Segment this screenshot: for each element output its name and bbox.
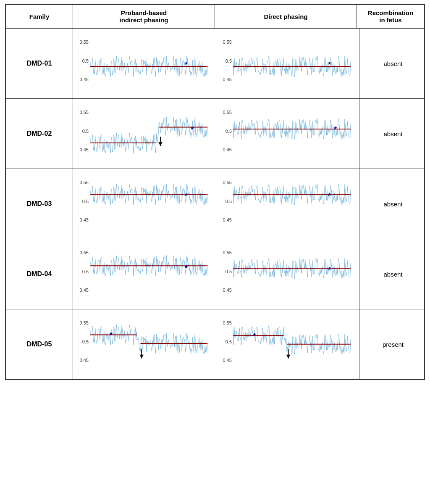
svg-text:0.55: 0.55 xyxy=(223,40,232,45)
svg-text:0.5: 0.5 xyxy=(82,199,89,204)
table-row: DMD-02 0.55 0.5 0.45 * 0.55 0.5 0.45 xyxy=(6,99,424,169)
svg-text:0.45: 0.45 xyxy=(80,77,89,82)
svg-text:*: * xyxy=(191,125,194,134)
direct-chart: 0.55 0.5 0.45 * xyxy=(220,102,355,165)
indirect-chart-cell: 0.55 0.5 0.45 * xyxy=(73,169,216,239)
direct-chart: 0.55 0.5 0.45 * xyxy=(220,313,355,376)
svg-text:0.45: 0.45 xyxy=(223,77,232,82)
table-body: DMD-01 0.55 0.5 0.45 * 0.55 0.5 0.45 * xyxy=(6,29,424,379)
svg-text:0.5: 0.5 xyxy=(225,339,232,344)
svg-marker-58 xyxy=(286,355,291,359)
family-header: Family xyxy=(6,5,73,28)
table-header: Family Proband-based indirect phasing Di… xyxy=(6,5,424,29)
table-row: DMD-04 0.55 0.5 0.45 * 0.55 0.5 0.45 * xyxy=(6,239,424,309)
recomb-header: Recombination in fetus xyxy=(357,5,424,28)
recombination-status: absent xyxy=(359,29,427,98)
indirect-chart: 0.55 0.5 0.45 * xyxy=(77,172,212,235)
svg-text:0.5: 0.5 xyxy=(225,199,232,204)
svg-text:*: * xyxy=(185,61,188,69)
svg-text:0.55: 0.55 xyxy=(223,320,232,325)
svg-text:0.5: 0.5 xyxy=(225,269,232,274)
svg-text:0.5: 0.5 xyxy=(225,58,232,63)
svg-marker-50 xyxy=(139,355,144,359)
recombination-status: present xyxy=(359,309,427,379)
svg-text:*: * xyxy=(110,331,113,339)
family-label: DMD-02 xyxy=(6,99,73,169)
direct-chart-cell: 0.55 0.5 0.45 * xyxy=(216,309,359,379)
direct-header: Direct phasing xyxy=(215,5,357,28)
svg-text:0.5: 0.5 xyxy=(225,129,232,134)
family-label: DMD-04 xyxy=(6,239,73,309)
indirect-chart: 0.55 0.5 0.45 * xyxy=(77,32,212,95)
svg-text:0.45: 0.45 xyxy=(80,358,89,363)
svg-text:0.55: 0.55 xyxy=(223,250,232,255)
family-label: DMD-01 xyxy=(6,29,73,98)
table-row: DMD-01 0.55 0.5 0.45 * 0.55 0.5 0.45 * xyxy=(6,29,424,99)
indirect-chart: 0.55 0.5 0.45 * xyxy=(77,243,212,306)
svg-text:*: * xyxy=(185,264,188,272)
svg-text:0.55: 0.55 xyxy=(80,250,89,255)
indirect-chart-cell: 0.55 0.5 0.45 * xyxy=(73,29,216,98)
svg-text:*: * xyxy=(328,192,331,200)
svg-text:0.55: 0.55 xyxy=(80,180,89,185)
table-row: DMD-05 0.55 0.5 0.45 * 0.55 0.5 0.45 xyxy=(6,309,424,379)
svg-text:0.5: 0.5 xyxy=(82,129,89,134)
svg-text:*: * xyxy=(253,332,256,340)
svg-text:0.45: 0.45 xyxy=(223,358,232,363)
recombination-status: absent xyxy=(359,239,427,309)
svg-text:0.5: 0.5 xyxy=(82,339,89,344)
svg-text:0.55: 0.55 xyxy=(80,110,89,115)
table-row: DMD-03 0.55 0.5 0.45 * 0.55 0.5 0.45 * xyxy=(6,169,424,239)
direct-chart-cell: 0.55 0.5 0.45 * xyxy=(216,239,359,309)
svg-text:0.45: 0.45 xyxy=(80,288,89,293)
svg-text:0.55: 0.55 xyxy=(80,320,89,325)
main-table: Family Proband-based indirect phasing Di… xyxy=(5,4,425,380)
direct-chart-cell: 0.55 0.5 0.45 * xyxy=(216,169,359,239)
svg-text:0.45: 0.45 xyxy=(80,217,89,222)
direct-chart: 0.55 0.5 0.45 * xyxy=(220,243,355,306)
svg-text:*: * xyxy=(328,266,331,274)
recombination-status: absent xyxy=(359,169,427,239)
svg-text:0.5: 0.5 xyxy=(82,269,89,274)
svg-text:0.55: 0.55 xyxy=(223,180,232,185)
svg-text:0.45: 0.45 xyxy=(223,288,232,293)
svg-text:0.55: 0.55 xyxy=(80,40,89,45)
direct-chart: 0.55 0.5 0.45 * xyxy=(220,32,355,95)
svg-text:0.55: 0.55 xyxy=(223,110,232,115)
family-label: DMD-03 xyxy=(6,169,73,239)
indirect-chart-cell: 0.55 0.5 0.45 * xyxy=(73,239,216,309)
direct-chart-cell: 0.55 0.5 0.45 * xyxy=(216,99,359,169)
svg-text:*: * xyxy=(185,192,188,200)
indirect-chart: 0.55 0.5 0.45 * xyxy=(77,102,212,165)
svg-text:*: * xyxy=(334,125,337,134)
family-label: DMD-05 xyxy=(6,309,73,379)
svg-text:*: * xyxy=(328,61,331,69)
indirect-chart: 0.55 0.5 0.45 * xyxy=(77,313,212,376)
recombination-status: absent xyxy=(359,99,427,169)
svg-marker-17 xyxy=(158,142,163,146)
svg-text:0.5: 0.5 xyxy=(82,58,89,63)
svg-text:0.45: 0.45 xyxy=(223,217,232,222)
indirect-chart-cell: 0.55 0.5 0.45 * xyxy=(73,99,216,169)
svg-text:0.45: 0.45 xyxy=(80,147,89,152)
direct-chart: 0.55 0.5 0.45 * xyxy=(220,172,355,235)
direct-chart-cell: 0.55 0.5 0.45 * xyxy=(216,29,359,98)
indirect-header: Proband-based indirect phasing xyxy=(73,5,215,28)
svg-text:0.45: 0.45 xyxy=(223,147,232,152)
indirect-chart-cell: 0.55 0.5 0.45 * xyxy=(73,309,216,379)
